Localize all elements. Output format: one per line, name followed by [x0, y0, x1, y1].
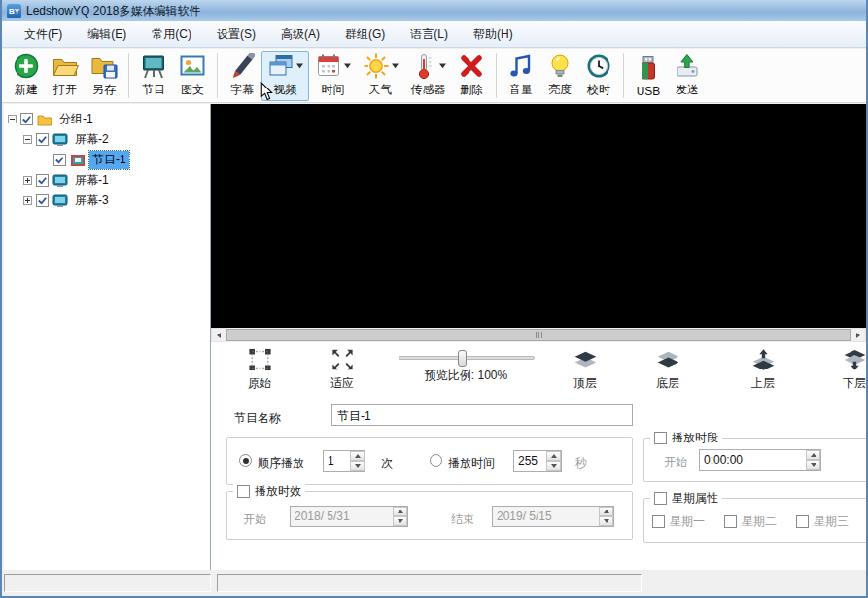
- program-item-icon: [70, 154, 86, 167]
- screen1-checkbox[interactable]: [36, 174, 49, 187]
- send-upload-icon: [674, 53, 701, 80]
- play-count-value[interactable]: 1: [324, 451, 350, 471]
- sequential-play-radio[interactable]: [239, 454, 252, 467]
- scroll-thumb[interactable]: [226, 329, 851, 341]
- music-note-icon: [507, 53, 535, 80]
- weekday-monday[interactable]: 星期一: [652, 513, 705, 530]
- layer-top-button[interactable]: 顶层: [556, 348, 614, 392]
- screen2-checkbox[interactable]: [36, 133, 49, 146]
- dropdown-arrow-icon[interactable]: [439, 63, 446, 69]
- spinner-up-button[interactable]: [546, 451, 561, 461]
- fit-button[interactable]: 适应: [313, 348, 371, 392]
- toolbar-button-program[interactable]: 节目: [134, 51, 173, 101]
- toolbar-button-graphictext[interactable]: 图文: [173, 51, 212, 101]
- spinner-up-button[interactable]: [599, 507, 613, 516]
- play-period-groupbox: 播放时段 开始 0:00:00: [643, 438, 866, 482]
- toolbar-button-send[interactable]: 发送: [668, 51, 707, 101]
- original-size-button[interactable]: 原始: [230, 348, 289, 392]
- toolbar-button-weather[interactable]: 天气: [357, 51, 404, 101]
- scroll-left-button[interactable]: [211, 328, 226, 342]
- dropdown-arrow-icon[interactable]: [344, 63, 351, 69]
- tree-item-group1[interactable]: 分组-1: [4, 109, 210, 129]
- play-time-radio[interactable]: [430, 454, 442, 467]
- period-start-value[interactable]: 0:00:00: [700, 450, 806, 470]
- scroll-right-button[interactable]: [851, 328, 866, 342]
- period-start-spinner[interactable]: 0:00:00: [699, 449, 821, 471]
- play-duration-value[interactable]: 255: [514, 451, 546, 471]
- app-logo-icon: BY: [7, 4, 21, 18]
- tree-item-screen3[interactable]: 屏幕-3: [4, 191, 210, 211]
- toolbar-button-brightness[interactable]: 亮度: [540, 51, 579, 101]
- menu-common[interactable]: 常用(C): [139, 22, 204, 47]
- toolbar-button-usb[interactable]: USB: [629, 51, 668, 101]
- spinner-down-button[interactable]: [546, 461, 561, 471]
- weekday-monday-checkbox[interactable]: [652, 515, 665, 528]
- layer-lower-button[interactable]: 下层: [825, 348, 866, 392]
- menu-file[interactable]: 文件(F): [12, 22, 75, 47]
- collapse-icon[interactable]: [8, 115, 17, 123]
- zoom-slider[interactable]: [399, 356, 535, 360]
- menu-advanced[interactable]: 高级(A): [268, 22, 332, 47]
- tree-item-label-selected[interactable]: 节目-1: [89, 151, 129, 169]
- play-count-spinner[interactable]: 1: [323, 450, 365, 472]
- tree-item-label[interactable]: 屏幕-1: [72, 171, 112, 190]
- menu-help[interactable]: 帮助(H): [461, 22, 526, 47]
- tree-item-label[interactable]: 屏幕-2: [72, 130, 112, 149]
- expand-icon[interactable]: [23, 196, 32, 205]
- toolbar-button-delete[interactable]: 删除: [452, 51, 491, 101]
- spinner-up-button[interactable]: [350, 451, 365, 461]
- weekday-tuesday-checkbox[interactable]: [724, 515, 737, 528]
- week-attribute-checkbox[interactable]: [654, 492, 667, 505]
- validity-start-value[interactable]: 2018/ 5/31: [291, 507, 393, 526]
- tree-item-program1[interactable]: 节目-1: [4, 150, 210, 170]
- toolbar-button-timesync[interactable]: 校时: [579, 51, 618, 101]
- preview-canvas[interactable]: [211, 104, 866, 328]
- dropdown-arrow-icon[interactable]: [392, 63, 399, 69]
- spinner-down-button[interactable]: [806, 460, 820, 470]
- program1-checkbox[interactable]: [53, 154, 66, 166]
- tree-item-screen1[interactable]: 屏幕-1: [4, 170, 210, 191]
- weekday-wednesday[interactable]: 星期三: [796, 513, 849, 530]
- toolbar-button-label: 时间: [322, 82, 345, 98]
- play-duration-spinner[interactable]: 255: [513, 450, 562, 472]
- horizontal-scrollbar[interactable]: [211, 328, 866, 342]
- tree-item-label[interactable]: 分组-1: [56, 110, 96, 128]
- program-name-input[interactable]: 节目-1: [331, 404, 633, 426]
- play-validity-checkbox[interactable]: [237, 485, 250, 498]
- weekday-wednesday-checkbox[interactable]: [796, 515, 809, 528]
- dropdown-arrow-icon[interactable]: [296, 63, 303, 69]
- validity-end-date-spinner[interactable]: 2019/ 5/15: [492, 506, 614, 527]
- spinner-down-button[interactable]: [350, 461, 365, 471]
- spinner-down-button[interactable]: [393, 516, 407, 526]
- validity-end-value[interactable]: 2019/ 5/15: [493, 507, 599, 526]
- tree-item-label[interactable]: 屏幕-3: [72, 192, 112, 210]
- expand-icon[interactable]: [23, 176, 32, 185]
- tree-item-screen2[interactable]: 屏幕-2: [4, 129, 210, 150]
- control-label: 原始: [248, 375, 271, 392]
- toolbar-button-volume[interactable]: 音量: [502, 51, 540, 101]
- window-title: LedshowYQ 2018多媒体编辑软件: [26, 3, 200, 19]
- collapse-icon[interactable]: [23, 135, 32, 144]
- toolbar-button-saveas[interactable]: 另存: [85, 51, 123, 101]
- menu-settings[interactable]: 设置(S): [204, 22, 268, 47]
- weekday-tuesday[interactable]: 星期二: [724, 513, 777, 530]
- toolbar-button-time[interactable]: 时间: [309, 51, 357, 101]
- layer-bottom-button[interactable]: 底层: [639, 348, 697, 392]
- menu-edit[interactable]: 编辑(E): [75, 22, 139, 47]
- zoom-slider-thumb[interactable]: [458, 350, 467, 367]
- toolbar-button-sensor[interactable]: 传感器: [404, 51, 452, 101]
- validity-start-date-spinner[interactable]: 2018/ 5/31: [290, 506, 408, 527]
- spinner-down-button[interactable]: [599, 516, 613, 526]
- play-period-checkbox[interactable]: [654, 432, 667, 444]
- screen3-checkbox[interactable]: [36, 194, 49, 207]
- toolbar-button-new[interactable]: 新建: [7, 51, 46, 101]
- menu-group[interactable]: 群组(G): [332, 22, 398, 47]
- layer-upper-button[interactable]: 上层: [734, 348, 792, 392]
- toolbar-button-open[interactable]: 打开: [46, 51, 85, 101]
- menu-language[interactable]: 语言(L): [398, 22, 461, 47]
- toolbar-button-subtitle[interactable]: 字幕: [223, 51, 261, 101]
- spinner-up-button[interactable]: [393, 507, 407, 516]
- new-icon: [13, 53, 40, 80]
- spinner-up-button[interactable]: [806, 450, 820, 460]
- group1-checkbox[interactable]: [20, 113, 33, 125]
